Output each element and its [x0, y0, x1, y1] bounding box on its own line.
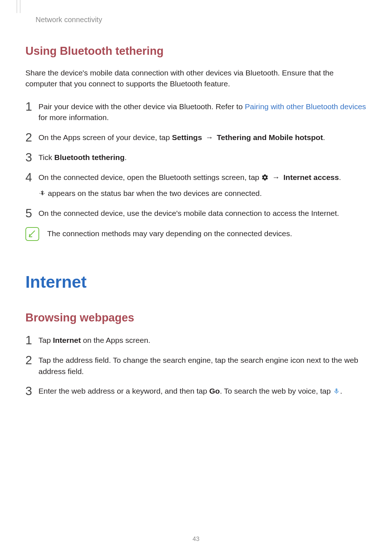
svg-point-0	[40, 193, 40, 194]
text: .	[340, 387, 342, 395]
step-3: 3 Tick Bluetooth tethering.	[25, 151, 367, 163]
step-number: 1	[25, 334, 38, 346]
step-1b: 1 Tap Internet on the Apps screen.	[25, 334, 367, 346]
heading-browsing-webpages: Browsing webpages	[25, 310, 367, 326]
step-number: 3	[25, 385, 38, 397]
step-2b: 2 Tap the address field. To change the s…	[25, 354, 367, 377]
text: Pair your device with the other device v…	[38, 102, 245, 111]
step-body: Tap the address field. To change the sea…	[38, 354, 367, 377]
step-body: Tick Bluetooth tethering.	[38, 151, 367, 163]
text: Tick	[38, 153, 54, 161]
step-number: 5	[25, 207, 38, 219]
arrow: →	[202, 133, 217, 141]
bold-go: Go	[209, 387, 220, 395]
link-pairing-bluetooth[interactable]: Pairing with other Bluetooth devices	[245, 102, 366, 111]
step-body: Pair your device with the other device v…	[38, 100, 367, 123]
text: .	[339, 173, 341, 181]
bold-internet: Internet	[53, 336, 81, 344]
bold-settings: Settings	[172, 133, 202, 141]
step-body: On the connected device, use the device'…	[38, 207, 367, 219]
arrow: →	[269, 173, 283, 181]
step-sub: appears on the status bar when the two d…	[38, 188, 367, 199]
step-body: Tap Internet on the Apps screen.	[38, 334, 367, 346]
note-row: The connection methods may vary dependin…	[25, 227, 367, 241]
bluetooth-tether-icon	[38, 190, 46, 197]
text: appears on the status bar when the two d…	[46, 189, 262, 197]
text: on the Apps screen.	[81, 336, 150, 344]
heading-internet: Internet	[25, 270, 367, 294]
intro-paragraph: Share the device's mobile data connectio…	[25, 67, 367, 90]
step-4: 4 On the connected device, open the Blue…	[25, 171, 367, 199]
step-5: 5 On the connected device, use the devic…	[25, 207, 367, 219]
heading-using-bluetooth-tethering: Using Bluetooth tethering	[25, 43, 367, 59]
step-2: 2 On the Apps screen of your device, tap…	[25, 131, 367, 143]
step-number: 2	[25, 354, 38, 366]
bold-bluetooth-tethering: Bluetooth tethering	[54, 153, 125, 161]
step-number: 2	[25, 131, 38, 143]
text: .	[124, 153, 127, 161]
step-body: Enter the web address or a keyword, and …	[38, 385, 367, 397]
mic-icon	[333, 387, 340, 395]
bold-internet-access: Internet access	[283, 173, 339, 181]
text: for more information.	[38, 113, 109, 122]
step-3b: 3 Enter the web address or a keyword, an…	[25, 385, 367, 397]
step-number: 3	[25, 151, 38, 163]
text: .	[323, 133, 325, 141]
step-1: 1 Pair your device with the other device…	[25, 100, 367, 123]
text: . To search the web by voice, tap	[220, 387, 333, 395]
text: Tap	[38, 336, 53, 344]
text: Enter the web address or a keyword, and …	[38, 387, 209, 395]
note-icon	[25, 227, 39, 241]
gear-icon	[261, 174, 269, 181]
breadcrumb: Network connectivity	[36, 15, 367, 25]
step-body: On the connected device, open the Blueto…	[38, 171, 367, 199]
step-body: On the Apps screen of your device, tap S…	[38, 131, 367, 143]
step-number: 1	[25, 100, 38, 112]
text: On the Apps screen of your device, tap	[38, 133, 172, 141]
page-number: 43	[0, 535, 392, 544]
text: On the connected device, open the Blueto…	[38, 173, 261, 181]
svg-point-1	[44, 193, 45, 194]
page-crop-mark	[17, 0, 20, 13]
bold-tethering: Tethering and Mobile hotspot	[217, 133, 323, 141]
step-number: 4	[25, 171, 38, 183]
note-text: The connection methods may vary dependin…	[47, 228, 292, 239]
